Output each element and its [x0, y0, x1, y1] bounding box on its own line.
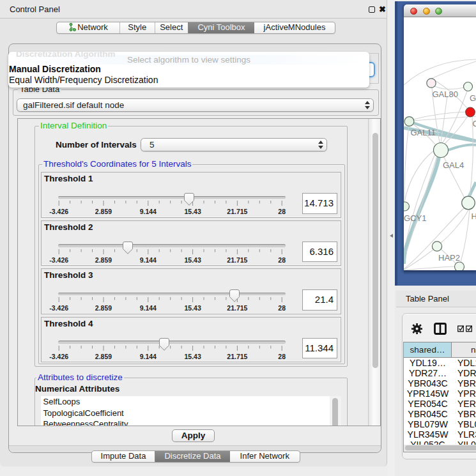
svg-text:GAL80: GAL80	[433, 89, 458, 99]
svg-text:GAL11: GAL11	[411, 128, 436, 137]
svg-text:C: C	[473, 119, 476, 128]
svg-text:HAP2: HAP2	[438, 253, 460, 263]
svg-text:GAL: GAL	[470, 93, 476, 103]
svg-text:H: H	[472, 211, 476, 221]
svg-text:GCY1: GCY1	[404, 213, 426, 223]
svg-text:GAL4: GAL4	[443, 160, 464, 170]
